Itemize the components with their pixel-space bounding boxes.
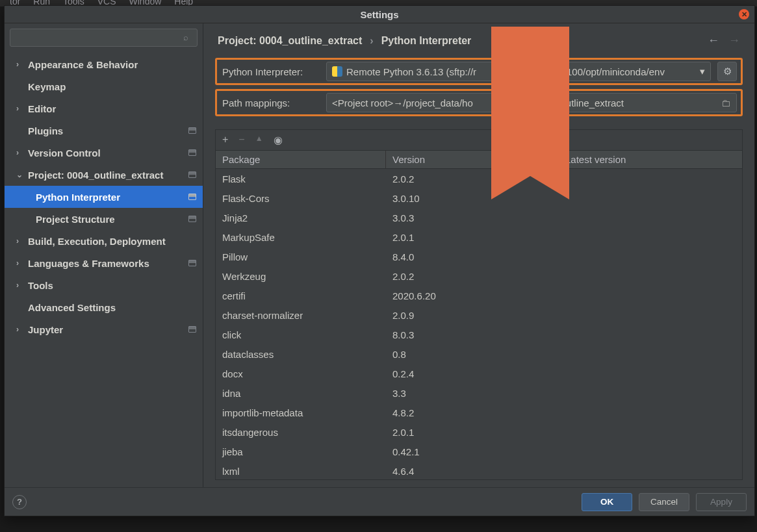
settings-dialog: Settings ✕ ⌕ ›Appearance & BehaviorKeyma… xyxy=(4,5,755,516)
dialog-footer: ? OK Cancel Apply xyxy=(5,487,754,516)
sidebar-item[interactable]: Plugins xyxy=(5,120,203,142)
package-row[interactable]: jieba0.42.1 xyxy=(216,442,742,461)
sidebar-item[interactable]: ›Tools xyxy=(5,274,203,296)
path-mappings-label: Path mappings: xyxy=(222,97,320,108)
sidebar-item[interactable]: ⌄Project: 0004_outline_extract xyxy=(5,164,203,186)
search-input[interactable] xyxy=(10,29,198,47)
folder-icon[interactable]: 🗀 xyxy=(721,97,731,108)
package-row[interactable]: Flask-Cors3.0.10 xyxy=(216,188,742,208)
package-version: 8.0.3 xyxy=(386,329,559,340)
sidebar-item[interactable]: Project Structure xyxy=(5,208,203,230)
sidebar-item[interactable]: Keymap xyxy=(5,75,203,97)
breadcrumb: Project: 0004_outline_extract › Python I… xyxy=(203,23,754,51)
package-row[interactable]: charset-normalizer2.0.9 xyxy=(216,305,742,325)
scope-icon xyxy=(188,326,196,333)
sidebar-item-label: Build, Execution, Deployment xyxy=(28,236,166,247)
package-name: Flask-Cors xyxy=(216,193,386,204)
package-version: 0.42.1 xyxy=(386,446,559,457)
sidebar-item-label: Appearance & Behavior xyxy=(28,59,138,70)
package-name: certifi xyxy=(216,290,386,301)
sidebar-item-label: Editor xyxy=(28,103,56,114)
help-button[interactable]: ? xyxy=(12,495,27,509)
package-row[interactable]: importlib-metadata4.8.2 xyxy=(216,403,742,422)
package-version: 2020.6.20 xyxy=(386,290,559,301)
titlebar: Settings ✕ xyxy=(5,6,754,23)
sidebar-item-label: Version Control xyxy=(28,147,101,158)
show-early-releases-button[interactable]: ◉ xyxy=(274,134,283,146)
sidebar-item[interactable]: ›Editor xyxy=(5,97,203,120)
package-version: 8.4.0 xyxy=(386,251,559,262)
sidebar-item[interactable]: ›Languages & Frameworks xyxy=(5,252,203,274)
settings-main: Project: 0004_outline_extract › Python I… xyxy=(203,23,754,487)
package-row[interactable]: click8.0.3 xyxy=(216,325,742,344)
sidebar-item-label: Project: 0004_outline_extract xyxy=(28,170,163,181)
package-row[interactable]: dataclasses0.8 xyxy=(216,344,742,364)
close-icon[interactable]: ✕ xyxy=(739,9,749,19)
package-name: charset-normalizer xyxy=(216,310,386,321)
package-name: Jinja2 xyxy=(216,212,386,223)
apply-button[interactable]: Apply xyxy=(696,493,747,511)
packages-toolbar: + − ▲ ◉ xyxy=(216,130,742,150)
package-version: 4.6.4 xyxy=(386,466,559,477)
col-package[interactable]: Package xyxy=(216,151,386,168)
package-row[interactable]: itsdangerous2.0.1 xyxy=(216,422,742,442)
package-version: 0.8 xyxy=(386,349,559,360)
package-version: 2.0.1 xyxy=(386,232,559,243)
breadcrumb-sep: › xyxy=(370,35,373,47)
sidebar-item[interactable]: Python Interpreter xyxy=(5,186,203,208)
package-name: Pillow xyxy=(216,251,386,262)
package-row[interactable]: certifi2020.6.20 xyxy=(216,286,742,305)
settings-sidebar: ⌕ ›Appearance & BehaviorKeymap›EditorPlu… xyxy=(5,23,203,487)
path-mappings-row: Path mappings: <Project root>→/project_d… xyxy=(215,89,743,116)
sidebar-item-label: Project Structure xyxy=(36,214,115,225)
ok-button[interactable]: OK xyxy=(582,493,632,511)
package-version: 2.0.2 xyxy=(386,271,559,282)
breadcrumb-page: Python Interpreter xyxy=(381,35,472,47)
package-name: dataclasses xyxy=(216,349,386,360)
package-name: lxml xyxy=(216,466,386,477)
sidebar-item-label: Keymap xyxy=(28,81,66,92)
package-row[interactable]: lxml4.6.4 xyxy=(216,461,742,479)
nav-back-icon[interactable]: ← xyxy=(708,34,719,47)
gear-icon: ⚙ xyxy=(723,66,732,77)
sidebar-item[interactable]: ›Jupyter xyxy=(5,318,203,340)
sidebar-item-label: Languages & Frameworks xyxy=(28,258,149,269)
add-package-button[interactable]: + xyxy=(222,134,228,146)
packages-body[interactable]: Flask2.0.2Flask-Cors3.0.10Jinja23.0.3Mar… xyxy=(216,169,742,479)
package-row[interactable]: MarkupSafe2.0.1 xyxy=(216,227,742,247)
package-row[interactable]: Werkzeug2.0.2 xyxy=(216,266,742,286)
package-version: 3.0.3 xyxy=(386,212,559,223)
package-row[interactable]: Pillow8.4.0 xyxy=(216,247,742,266)
scope-icon xyxy=(188,194,196,200)
chevron-icon: › xyxy=(16,259,23,268)
bookmark-ribbon-overlay xyxy=(491,27,569,176)
upgrade-package-button[interactable]: ▲ xyxy=(255,134,263,146)
package-row[interactable]: Flask2.0.2 xyxy=(216,169,742,188)
package-row[interactable]: docx0.2.4 xyxy=(216,364,742,383)
package-name: Flask xyxy=(216,173,386,184)
sidebar-item-label: Tools xyxy=(28,280,53,291)
interpreter-row: Python Interpreter: Remote Python 3.6.13… xyxy=(215,58,743,85)
remove-package-button[interactable]: − xyxy=(238,134,244,146)
sidebar-item[interactable]: ›Appearance & Behavior xyxy=(5,53,203,75)
interpreter-settings-button[interactable]: ⚙ xyxy=(717,62,737,81)
nav-forward-icon[interactable]: → xyxy=(728,34,740,47)
package-row[interactable]: idna3.3 xyxy=(216,383,742,403)
col-latest[interactable]: Latest version xyxy=(559,151,742,168)
chevron-icon: › xyxy=(16,281,23,290)
chevron-icon: › xyxy=(16,104,23,113)
chevron-down-icon: ▾ xyxy=(700,66,705,77)
sidebar-item[interactable]: Advanced Settings xyxy=(5,296,203,318)
breadcrumb-project[interactable]: Project: 0004_outline_extract xyxy=(218,35,362,47)
scope-icon xyxy=(188,260,196,266)
settings-tree: ›Appearance & BehaviorKeymap›EditorPlugi… xyxy=(5,53,203,487)
sidebar-item[interactable]: ›Build, Execution, Deployment xyxy=(5,230,203,252)
package-row[interactable]: Jinja23.0.3 xyxy=(216,208,742,227)
package-version: 2.0.9 xyxy=(386,310,559,321)
packages-header: Package Version Latest version xyxy=(216,150,742,169)
cancel-button[interactable]: Cancel xyxy=(639,493,689,511)
package-version: 0.2.4 xyxy=(386,368,559,379)
package-name: docx xyxy=(216,368,386,379)
sidebar-item[interactable]: ›Version Control xyxy=(5,142,203,164)
chevron-icon: › xyxy=(16,60,23,69)
